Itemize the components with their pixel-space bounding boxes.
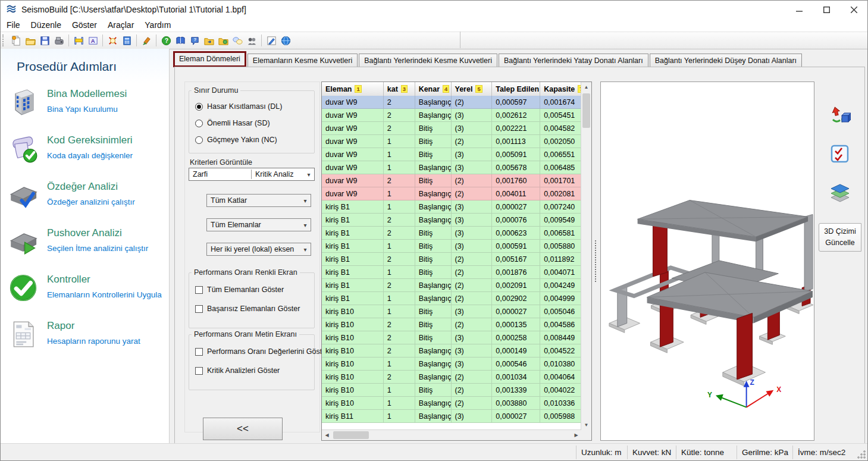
scroll-down-icon[interactable]: ▼: [581, 420, 591, 430]
limit-state-radio-0[interactable]: Hasar Kısıtlaması (DL): [195, 102, 282, 111]
calculator-icon[interactable]: [120, 34, 134, 47]
folder-export-icon[interactable]: [216, 34, 230, 47]
text-display-checkbox-1[interactable]: Kritik Analizleri Göster: [195, 366, 280, 375]
table-row-24[interactable]: kiriş B111Başlangıç(3)0,0000270,005988: [322, 410, 581, 423]
column-header-5[interactable]: Kapasite7: [540, 82, 581, 96]
sidebar-item-2[interactable]: Özdeğer AnaliziÖzdeğer analizini çalıştı…: [1, 178, 169, 221]
menu-item-0[interactable]: File: [1, 20, 26, 30]
table-cell: (3): [452, 357, 493, 371]
table-row-3[interactable]: duvar W91Bitiş(2)0,0011130,002050: [322, 135, 581, 148]
table-row-18[interactable]: kiriş B102Bitiş(3)0,0002580,008449: [322, 331, 581, 344]
table-row-12[interactable]: kiriş B12Bitiş(2)0,0051670,011892: [322, 253, 581, 266]
tab-0[interactable]: Eleman Dönmeleri: [173, 51, 246, 67]
sidebar-item-4[interactable]: KontrollerElemanların Kontrollerini Uygu…: [1, 271, 169, 314]
paintbrush-icon[interactable]: [139, 34, 153, 47]
color-display-checkbox-1[interactable]: Başarısız Elemanları Göster: [195, 304, 300, 313]
table-cell: (3): [452, 109, 493, 122]
table-row-23[interactable]: kiriş B101Başlangıç(2)0,0038800,010336: [322, 397, 581, 410]
column-header-4[interactable]: Talep Edilen6: [492, 82, 540, 96]
column-header-3[interactable]: Yerel5: [452, 82, 493, 96]
help-book-icon[interactable]: [173, 34, 187, 47]
table-row-2[interactable]: duvar W92Bitiş(3)0,0022210,004582: [322, 122, 581, 135]
tab-3[interactable]: Bağlantı Yerlerindeki Yatay Donatı Alanl…: [499, 54, 648, 67]
new-file-icon[interactable]: [9, 34, 23, 47]
tab-4[interactable]: Bağlantı Yerlerindeki Düşey Donatı Alanl…: [650, 54, 802, 67]
sidebar-item-3[interactable]: Pushover AnaliziSeçilen İtme analizini ç…: [1, 225, 169, 268]
folder-import-icon[interactable]: [202, 34, 216, 47]
table-row-8[interactable]: kiriş B11Başlangıç(3)0,0000270,007240: [322, 200, 581, 214]
table-row-15[interactable]: kiriş B11Başlangıç(2)0,0029020,004999: [322, 292, 581, 305]
maximize-button[interactable]: [813, 1, 840, 18]
sidebar-item-0[interactable]: Bina ModellemesiBina Yapı Kurulumu: [1, 86, 169, 128]
table-horizontal-scrollbar[interactable]: ◀ ▶: [322, 429, 581, 440]
table-row-14[interactable]: kiriş B12Başlangıç(2)0,0020910,004249: [322, 279, 581, 292]
table-vertical-scrollbar[interactable]: ▲ ▼: [581, 82, 591, 430]
table-row-0[interactable]: duvar W92Başlangıç(2)0,0005970,001674: [322, 96, 581, 109]
horizontal-scroll-thumb[interactable]: [333, 431, 369, 439]
comments-icon[interactable]: [230, 34, 245, 47]
sidebar-item-5[interactable]: RaporHesapların raporunu yarat: [1, 318, 169, 360]
column-header-1[interactable]: kat3: [384, 82, 415, 96]
text-display-checkbox-0[interactable]: Performans Oranı Değerlerini Göster: [195, 347, 328, 356]
model-3d-viewport[interactable]: Z X Y: [600, 81, 814, 441]
edit-note-icon[interactable]: [264, 34, 278, 47]
column-header-2[interactable]: Kenar4: [415, 82, 452, 96]
color-display-checkbox-0[interactable]: Tüm Elemanları Göster: [195, 285, 284, 294]
table-row-5[interactable]: duvar W91Başlangıç(3)0,0056780,006485: [322, 161, 581, 174]
minimize-button[interactable]: [785, 1, 813, 18]
table-cell: 2: [384, 253, 415, 266]
label-icon[interactable]: [52, 34, 66, 47]
save-icon[interactable]: [37, 34, 52, 47]
menu-item-1[interactable]: Düzenle: [26, 20, 67, 30]
context-help-icon[interactable]: ?: [187, 34, 202, 47]
table-viewer-splitter[interactable]: [593, 81, 599, 441]
tab-1[interactable]: Elemanların Kesme Kuvvetleri: [247, 54, 358, 67]
table-row-7[interactable]: duvar W91Başlangıç(2)0,0040110,002081: [322, 187, 581, 200]
table-row-22[interactable]: kiriş B101Bitiş(2)0,0013390,004022: [322, 384, 581, 397]
deformed-shape-icon[interactable]: [827, 103, 853, 129]
model-view-icon[interactable]: [105, 34, 120, 47]
table-row-19[interactable]: kiriş B102Başlangıç(3)0,0001490,004522: [322, 344, 581, 357]
collapse-panel-button[interactable]: <<: [203, 418, 283, 440]
table-row-10[interactable]: kiriş B12Bitiş(3)0,0006230,006581: [322, 227, 581, 240]
globe-icon[interactable]: [278, 34, 293, 47]
table-row-1[interactable]: duvar W92Başlangıç(3)0,0026120,005451: [322, 109, 581, 122]
table-row-6[interactable]: duvar W92Bitiş(2)0,0017600,001701: [322, 174, 581, 187]
menu-item-4[interactable]: Yardım: [139, 20, 176, 30]
table-cell: Başlangıç: [415, 96, 452, 109]
frame-window-icon[interactable]: [71, 34, 86, 47]
update-3d-drawing-button[interactable]: 3D Çizimi Güncelle: [819, 223, 861, 252]
menu-item-3[interactable]: Araçlar: [102, 20, 139, 30]
menu-item-2[interactable]: Göster: [67, 20, 102, 30]
table-row-20[interactable]: kiriş B101Başlangıç(3)0,0005460,010380: [322, 357, 581, 371]
table-row-11[interactable]: kiriş B11Bitiş(3)0,0005910,005880: [322, 240, 581, 253]
resize-grip[interactable]: [857, 450, 866, 459]
filter-dropdown-0[interactable]: Tüm Katlar▾: [206, 194, 311, 207]
envelope-combo[interactable]: Zarfi Kritik Analiz ▾: [189, 168, 315, 181]
scroll-left-icon[interactable]: ◀: [322, 430, 332, 440]
scroll-up-icon[interactable]: ▲: [581, 82, 591, 92]
help-icon[interactable]: ?: [159, 34, 173, 47]
close-button[interactable]: [840, 1, 867, 18]
table-row-13[interactable]: kiriş B11Bitiş(2)0,0018760,004071: [322, 266, 581, 279]
rename-dialog-icon[interactable]: A: [86, 34, 100, 47]
sidebar-item-1[interactable]: Kod GereksinimleriKoda dayalı değişkenle…: [1, 132, 169, 175]
open-folder-icon[interactable]: [23, 34, 37, 47]
vertical-scroll-thumb[interactable]: [582, 93, 590, 128]
limit-state-radio-1[interactable]: Önemli Hasar (SD): [195, 118, 270, 128]
layers-icon[interactable]: [827, 179, 853, 205]
column-header-0[interactable]: Eleman1: [322, 82, 384, 96]
table-row-9[interactable]: kiriş B12Başlangıç(3)0,0000760,009549: [322, 214, 581, 227]
tab-2[interactable]: Bağlantı Yerlerindeki Kesme Kuvvetleri: [359, 54, 497, 67]
filter-dropdown-2[interactable]: Her iki yerel (lokal) eksen▾: [206, 243, 311, 256]
table-row-17[interactable]: kiriş B102Bitiş(2)0,0001350,004586: [322, 318, 581, 331]
filter-dropdown-1[interactable]: Tüm Elemanlar▾: [206, 218, 311, 231]
table-row-4[interactable]: duvar W91Bitiş(3)0,0050910,006551: [322, 148, 581, 161]
scroll-right-icon[interactable]: ▶: [571, 430, 581, 440]
people-icon[interactable]: [245, 34, 259, 47]
limit-state-radio-2[interactable]: Göçmeye Yakın (NC): [195, 135, 277, 145]
table-row-16[interactable]: kiriş B101Bitiş(3)0,0000270,005046: [322, 305, 581, 318]
toolbar-grip[interactable]: [2, 35, 7, 46]
checks-list-icon[interactable]: [827, 141, 853, 167]
table-row-21[interactable]: kiriş B102Başlangıç(2)0,0010340,004064: [322, 371, 581, 384]
